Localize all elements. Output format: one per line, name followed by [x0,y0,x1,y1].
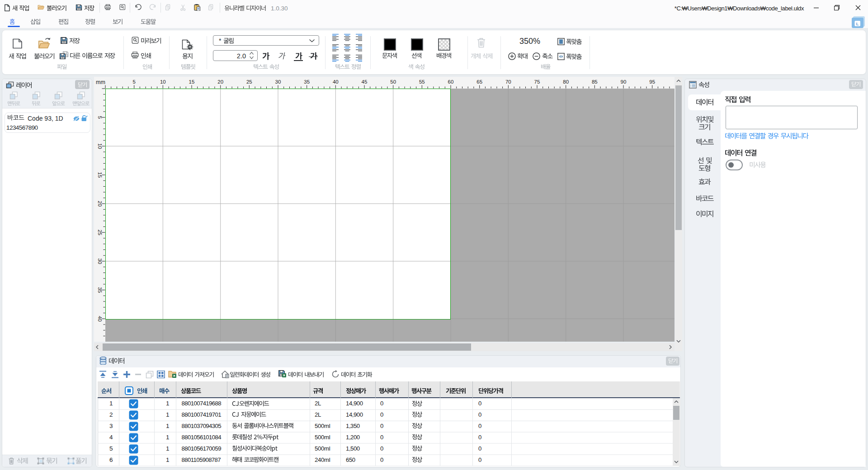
svg-text:75: 75 [534,79,540,85]
svg-text:25: 25 [246,79,252,85]
svg-text:70: 70 [505,79,511,85]
svg-text:40: 40 [333,79,339,85]
svg-text:10: 10 [97,143,103,149]
svg-text:95: 95 [649,79,655,85]
svg-text:L: L [856,21,859,26]
svg-text:15: 15 [97,172,103,178]
svg-text:35: 35 [97,287,103,293]
svg-text:65: 65 [476,79,482,85]
svg-text:5: 5 [132,79,135,85]
svg-text:35: 35 [304,79,310,85]
svg-text:30: 30 [97,258,103,264]
svg-text:50: 50 [390,79,396,85]
svg-text:60: 60 [448,79,454,85]
svg-text:45: 45 [362,79,368,85]
svg-text:25: 25 [97,230,103,235]
svg-text:55: 55 [419,79,425,85]
svg-text:15: 15 [189,79,195,85]
svg-text:mm: mm [96,79,105,85]
svg-text:20: 20 [97,201,103,207]
svg-text:40: 40 [97,316,103,322]
svg-text:30: 30 [275,79,281,85]
svg-text:5: 5 [97,116,103,118]
svg-text:80: 80 [563,79,569,85]
svg-text:20: 20 [217,79,223,85]
svg-text:10: 10 [160,79,166,85]
svg-text:90: 90 [621,79,627,85]
svg-text:85: 85 [592,79,598,85]
